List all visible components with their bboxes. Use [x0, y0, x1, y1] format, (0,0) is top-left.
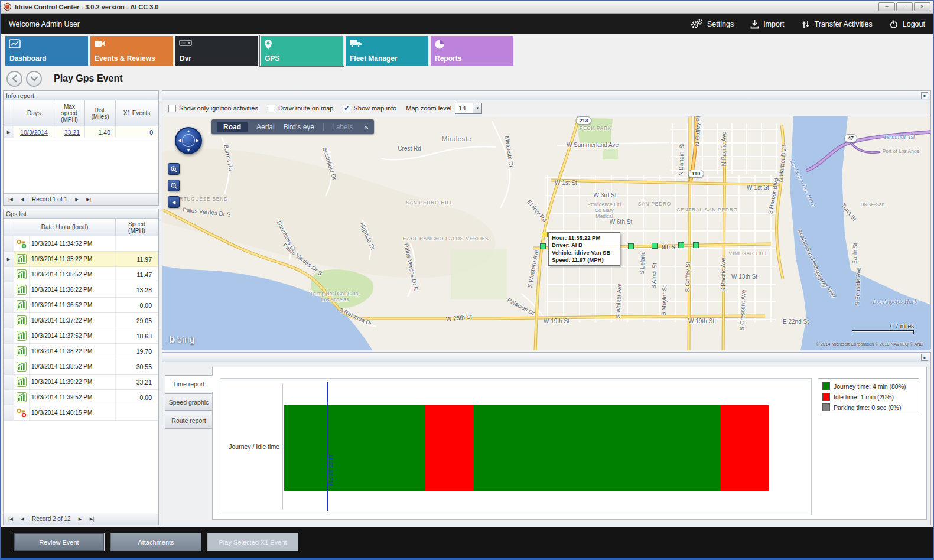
legend-swatch [822, 382, 830, 390]
pager-last-button[interactable]: ▶| [87, 515, 97, 523]
menu-import[interactable]: Import [750, 19, 784, 29]
pager-first-button[interactable]: |◀ [6, 195, 15, 204]
map-label: East Rancho Palos Verdes [403, 236, 456, 242]
map-zoom-select[interactable]: 14 ▼ [455, 103, 482, 114]
attachments-button[interactable]: Attachments [110, 533, 201, 551]
collapse-chart-panel-button[interactable]: ■ [921, 354, 928, 361]
selected-gps-marker[interactable] [542, 232, 548, 237]
gps-row[interactable]: 10/3/2014 11:38:22 PM19.70 [4, 344, 158, 359]
timeline-chart-plot[interactable]: Journey / Idle time 11:35:22 PM [220, 378, 812, 515]
close-button[interactable]: × [914, 2, 930, 11]
tab-route-report[interactable]: Route report [165, 412, 213, 429]
menu-transfer-activities[interactable]: Transfer Activities [801, 19, 873, 29]
pager-first-button[interactable]: |◀ [6, 515, 15, 523]
map-canvas[interactable]: MiralestePeck ParkW Summerland AveCrest … [162, 116, 930, 350]
info-col-3[interactable]: X1 Events [116, 100, 158, 126]
tab-dashboard[interactable]: Dashboard [5, 36, 88, 66]
gps-row[interactable]: 10/3/2014 11:36:22 PM13.28 [4, 282, 158, 298]
checkbox-show-only-ignition[interactable]: Show only ignition activities [168, 105, 258, 112]
map-toolbar-checkboxes: Show only ignition activitiesDraw route … [168, 105, 396, 112]
gps-speed-cell: 13.28 [116, 282, 158, 297]
tab-gps[interactable]: GPS [261, 36, 343, 66]
gps-point-marker[interactable] [540, 243, 546, 249]
maximize-button[interactable]: □ [896, 2, 913, 11]
tab-fleet-manager[interactable]: Fleet Manager [346, 36, 428, 66]
row-selector [4, 375, 14, 389]
info-row-selector[interactable]: ▶ [4, 126, 14, 138]
checkbox-show-map-info[interactable]: ✓Show map info [343, 105, 396, 112]
viewbar-collapse-button[interactable]: « [364, 122, 368, 131]
menu-settings[interactable]: Settings [690, 19, 734, 29]
pager-prev-button[interactable]: ◀ [18, 515, 27, 523]
collapse-map-panel-button[interactable]: ■ [921, 92, 928, 99]
row-selector [4, 390, 14, 405]
scroll-down-button[interactable] [26, 71, 42, 87]
map-zoom-in-button[interactable] [168, 163, 180, 175]
gps-point-marker[interactable] [678, 242, 684, 248]
map-label: S Seaside Ave [854, 267, 861, 305]
map-slider-collapse-button[interactable]: ◀ [168, 196, 180, 208]
map-zoom-out-button[interactable] [168, 180, 180, 191]
gps-point-marker[interactable] [628, 243, 634, 249]
gps-point-marker[interactable] [652, 243, 658, 249]
info-col-1[interactable]: Max speed (MPH) [54, 100, 85, 126]
pager-next-button[interactable]: ▶ [76, 515, 85, 523]
gps-col-datetime[interactable]: Date / hour (local) [14, 219, 116, 236]
gps-row[interactable]: 10/3/2014 11:35:52 PM11.47 [4, 267, 158, 282]
legend-item: Journey time: 4 min (80%) [822, 382, 915, 390]
gps-col-speed[interactable]: Speed (MPH) [116, 219, 158, 236]
map-label: Vinegar Hill [729, 250, 769, 256]
minimize-button[interactable]: – [878, 2, 895, 11]
back-button[interactable] [6, 71, 22, 87]
gps-row[interactable]: 10/3/2014 11:37:52 PM18.63 [4, 328, 158, 344]
map-view-bird-s-eye[interactable]: Bird's eye [284, 123, 314, 131]
bing-logo[interactable]: b bing [169, 334, 195, 346]
gps-row[interactable]: 10/3/2014 11:39:52 PM0.00 [4, 390, 158, 405]
legend-label: Parking time: 0 sec (0%) [834, 404, 901, 411]
pager-last-button[interactable]: ▶| [84, 195, 93, 204]
gps-row[interactable]: 10/3/2014 11:39:22 PM33.21 [4, 375, 158, 390]
info-max-speed-cell[interactable]: 33.21 [54, 126, 85, 138]
tab-time-report[interactable]: Time report [165, 375, 213, 392]
gps-speed-cell [116, 236, 158, 251]
map-zoom-value: 14 [458, 105, 466, 112]
tab-events-reviews[interactable]: Events & Reviews [90, 36, 173, 66]
info-col-2[interactable]: Dist. (Miles) [85, 100, 116, 126]
map-label: Providence Lit'l Co Mary Medical [586, 202, 623, 219]
gps-point-marker[interactable] [693, 242, 699, 248]
window-title: Idrive Control Center - 3.0.2 version - … [15, 4, 159, 11]
info-col-0[interactable]: Days [14, 100, 54, 126]
gps-point-icon [14, 282, 30, 297]
gps-row[interactable]: 10/3/2014 11:37:22 PM29.05 [4, 313, 158, 328]
menu-logout[interactable]: Logout [889, 19, 925, 29]
gps-speed-cell: 29.05 [116, 313, 158, 328]
gps-row[interactable]: ▶10/3/2014 11:35:22 PM11.97 [4, 252, 158, 267]
tab-dvr[interactable]: Dvr [175, 36, 258, 66]
gps-datetime-cell: 10/3/2014 11:39:22 PM [30, 375, 116, 389]
map-view-aerial[interactable]: Aerial [256, 123, 275, 131]
map-compass-control[interactable]: ▲ ▼ ◀ ▶ [175, 127, 202, 154]
ignition-on-icon [14, 236, 30, 251]
gps-point-icon [14, 328, 30, 343]
pager-prev-button[interactable]: ◀ [18, 195, 27, 204]
segment-journey [473, 405, 720, 491]
gps-speed-cell: 33.21 [116, 375, 158, 389]
menubar: Welcome Admin User SettingsImportTransfe… [1, 14, 933, 34]
time-cursor[interactable] [327, 382, 328, 511]
checkbox-draw-route[interactable]: Draw route on map [268, 105, 334, 112]
gps-row[interactable]: 10/3/2014 11:34:52 PM [4, 236, 158, 252]
pager-next-button[interactable]: ▶ [72, 195, 82, 204]
chart-y-axis [282, 383, 283, 510]
map-scale-line [852, 330, 914, 331]
tab-speed-graphic[interactable]: Speed graphic [165, 393, 213, 411]
map-label: N Gaffey Pl [694, 116, 702, 146]
gps-row[interactable]: 10/3/2014 11:40:15 PM [4, 405, 158, 421]
tab-reports[interactable]: Reports [431, 36, 513, 66]
gps-list-pager: |◀◀Record 2 of 12▶▶| [4, 513, 158, 525]
legend-swatch [822, 393, 830, 401]
info-days-cell[interactable]: 10/3/2014 [14, 126, 54, 138]
gps-row[interactable]: 10/3/2014 11:36:52 PM0.00 [4, 298, 158, 313]
gps-row[interactable]: 10/3/2014 11:38:52 PM30.55 [4, 359, 158, 375]
review-event-button[interactable]: Review Event [14, 533, 105, 551]
map-view-road[interactable]: Road [217, 122, 248, 132]
